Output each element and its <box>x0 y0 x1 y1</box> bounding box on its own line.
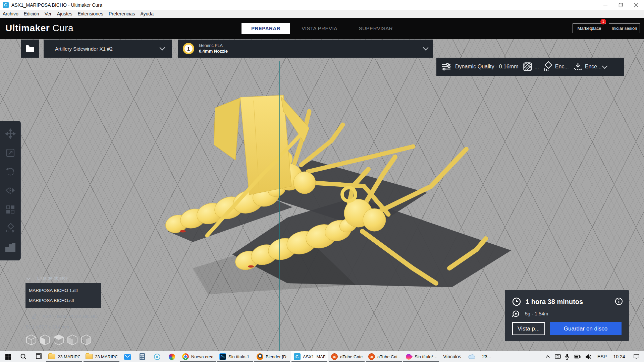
stairs-icon <box>5 243 15 252</box>
photoshop-icon: Ps <box>219 353 226 360</box>
media-app-icon <box>154 354 160 360</box>
taskbar-app-photoshop[interactable]: Ps Sin título-1 ... <box>216 351 254 362</box>
minimize-icon <box>603 3 607 7</box>
taskbar-app-folder-2[interactable]: 23 MARIPO... <box>83 351 120 362</box>
taskbar-app-atube-2[interactable]: aTube Cat... <box>365 351 402 362</box>
per-model-settings-icon <box>6 205 15 214</box>
info-button[interactable] <box>615 297 623 307</box>
scale-tool-button[interactable] <box>5 147 16 159</box>
taskbar-app-atube-1[interactable]: aTube Catc... <box>328 351 365 362</box>
support-blocker-icon <box>6 224 15 233</box>
collapse-chevron-icon <box>26 276 31 280</box>
window-title: ASX1_MARIPOSA BICHO - Ultimaker Cura <box>11 2 102 8</box>
search-icon <box>20 354 26 360</box>
battery-tray-button[interactable] <box>572 355 583 359</box>
printer-selector[interactable]: Artillery Sidewinder X1 #2 <box>44 40 172 58</box>
marketplace-button[interactable]: Marketplace <box>573 23 606 33</box>
chevron-down-icon <box>602 63 608 69</box>
hidden-icons-button[interactable] <box>543 355 553 358</box>
open-file-button[interactable] <box>21 40 39 58</box>
calculator-button[interactable] <box>135 351 150 362</box>
rotate-tool-button[interactable] <box>5 166 16 177</box>
object-list-item[interactable]: MARIPOSA BICHO 1.stl <box>25 287 101 294</box>
object-list-item[interactable]: MARIPOSA BICHO.stl <box>25 297 101 304</box>
menu-bar: Archivo Edición Ver Ajustes Extensiones … <box>0 10 644 18</box>
calculator-icon <box>140 353 145 360</box>
stairs-button[interactable] <box>5 242 16 253</box>
windows-start-icon <box>5 354 11 360</box>
project-name: ASX1_MARIPOSA BICHO <box>42 314 98 319</box>
microphone-icon <box>565 354 569 360</box>
menu-ver[interactable]: Ver <box>42 11 54 16</box>
save-to-disk-button[interactable]: Guardar en disco <box>550 322 622 335</box>
marketplace-badge: 1 <box>600 19 606 24</box>
mail-button[interactable] <box>120 351 135 362</box>
close-button[interactable] <box>629 0 644 10</box>
chevron-down-icon <box>423 45 429 51</box>
tab-preparar[interactable]: PREPARAR <box>241 23 290 34</box>
taskbar-app-blender[interactable]: Blender [D:... <box>254 351 291 362</box>
camera-view-buttons <box>26 335 91 345</box>
print-summary-panel: 1 hora 38 minutos 5g · 1.54m Vista p... … <box>505 290 629 341</box>
tab-vista-previa[interactable]: VISTA PREVIA <box>295 23 344 34</box>
view-left-icon[interactable] <box>67 335 77 345</box>
start-button[interactable] <box>0 351 16 362</box>
menu-edicion[interactable]: Edición <box>21 11 42 16</box>
taskbar-app-paint[interactable]: Sin título* -... <box>402 351 440 362</box>
menu-ayuda[interactable]: Ayuda <box>138 11 156 16</box>
taskbar-app-chrome[interactable]: Nueva crea... <box>179 351 216 362</box>
restore-button[interactable] <box>613 0 629 10</box>
sign-in-button[interactable]: Iniciar sesión <box>609 23 640 33</box>
restore-icon <box>619 3 623 7</box>
notification-icon <box>634 354 639 359</box>
system-clock[interactable]: 10:24 <box>610 354 629 359</box>
extruder-icon: 1 <box>183 43 194 54</box>
material-usage: 5g · 1.54m <box>525 311 548 316</box>
view-top-icon[interactable] <box>54 335 64 345</box>
per-model-settings-button[interactable] <box>5 204 16 215</box>
menu-preferencias[interactable]: Preferencias <box>106 11 138 16</box>
model-dimensions: 52.3 x 57.7 x 30.4 mm <box>26 324 69 329</box>
mirror-tool-button[interactable] <box>5 185 16 196</box>
language-indicator[interactable]: ESP <box>594 354 610 359</box>
print-settings-selector[interactable]: Dynamic Quality - 0.16mm ... Enc... Ence… <box>436 58 624 76</box>
project-name-row[interactable]: ASX1_MARIPOSA BICHO <box>30 313 98 320</box>
support-blocker-button[interactable] <box>5 223 16 234</box>
print-time: 1 hora 38 minutos <box>526 298 583 306</box>
settings-sliders-icon <box>441 62 451 71</box>
preview-button[interactable]: Vista p... <box>512 322 545 335</box>
cura-icon: C <box>294 353 301 360</box>
view-3d-icon[interactable] <box>26 335 36 345</box>
folder-icon <box>48 354 55 359</box>
color-wheel-app-button[interactable] <box>164 351 179 362</box>
cast-tray-button[interactable] <box>553 354 563 359</box>
cloud-tray-button[interactable] <box>465 351 479 362</box>
media-app-button[interactable] <box>150 351 164 362</box>
menu-extensiones[interactable]: Extensiones <box>75 11 106 16</box>
links-toolbar[interactable]: Vínculos <box>440 351 465 362</box>
view-right-icon[interactable] <box>81 335 91 345</box>
task-view-button[interactable] <box>31 351 46 362</box>
chevron-up-icon <box>546 355 550 358</box>
close-icon <box>634 3 638 7</box>
tray-folder-label[interactable]: 23... <box>479 351 494 362</box>
view-front-icon[interactable] <box>40 335 50 345</box>
material-selector[interactable]: 1 Generic PLA 0.4mm Nozzle <box>178 40 433 58</box>
info-icon <box>615 297 623 305</box>
left-toolbar <box>0 121 21 260</box>
taskbar-app-cura[interactable]: C ASX1_MARI... <box>291 351 328 362</box>
tab-supervisar[interactable]: SUPERVISAR <box>352 23 400 34</box>
object-list-header[interactable]: Lista de objetos <box>27 276 68 281</box>
microphone-tray-button[interactable] <box>563 354 572 360</box>
volume-tray-button[interactable] <box>583 354 594 359</box>
taskbar-app-folder-1[interactable]: 23 MARIPO... <box>46 351 83 362</box>
move-tool-button[interactable] <box>5 128 16 139</box>
action-center-button[interactable] <box>629 354 644 359</box>
search-button[interactable] <box>16 351 31 362</box>
menu-ajustes[interactable]: Ajustes <box>54 11 75 16</box>
minimize-button[interactable] <box>598 0 613 10</box>
screen: C ASX1_MARIPOSA BICHO - Ultimaker Cura A… <box>0 0 644 362</box>
spool-icon <box>512 310 520 317</box>
mail-icon <box>124 354 131 360</box>
menu-archivo[interactable]: Archivo <box>0 11 21 16</box>
